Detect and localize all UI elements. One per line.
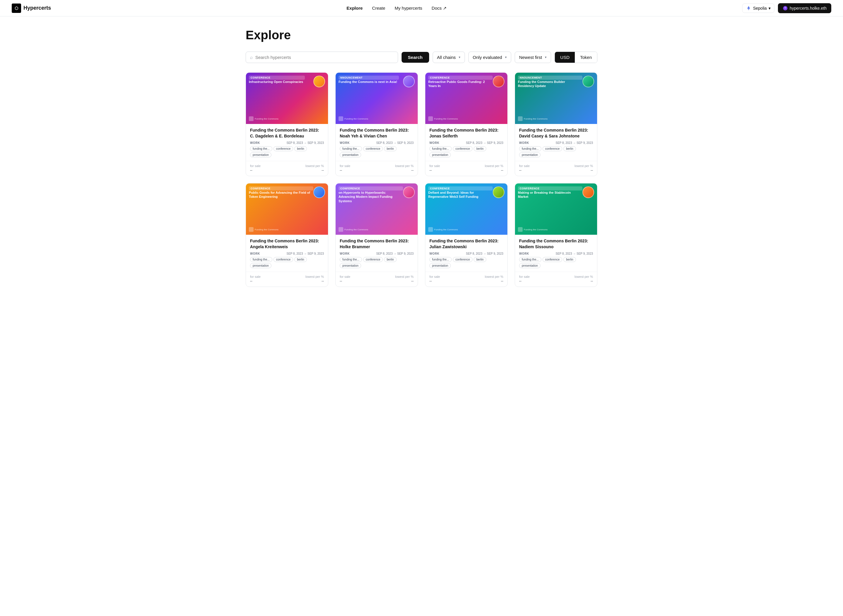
card-info: for sale lowest per % -- -- — [336, 272, 418, 287]
sort-filter[interactable]: Newest first ▾ — [515, 51, 551, 63]
tag: conference — [363, 257, 383, 262]
nav-right: Sepolia ▾ hypercerts.holke.eth — [742, 3, 831, 13]
card-meta: WORK SEP 8, 2023 → SEP 9, 2023 — [250, 141, 324, 144]
card-value-row: -- -- — [340, 279, 414, 283]
card-image: NNOUNCEMENT Funding the Commons is next … — [336, 73, 418, 124]
tag: conference — [273, 146, 293, 151]
card-value-row: -- -- — [429, 168, 503, 172]
card-item[interactable]: NNOUNCEMENT Funding the Commons Builder … — [515, 72, 597, 176]
evaluated-label: Only evaluated — [473, 55, 502, 60]
network-chevron: ▾ — [768, 6, 771, 10]
chains-label: All chains — [437, 55, 456, 60]
nav-links: Explore Create My hypercerts Docs ↗ — [347, 6, 447, 11]
tag: berlin — [563, 257, 576, 262]
tag: conference — [543, 146, 562, 151]
card-item[interactable]: CONFERENCE Public Goods for Advancing th… — [246, 183, 328, 287]
card-meta: WORK SEP 8, 2023 → SEP 9, 2023 — [340, 252, 414, 255]
card-image: CONFERENCE Retroactive Public Goods Fund… — [425, 73, 507, 124]
ftc-text: Funding the Commons — [344, 228, 368, 231]
chains-chevron: ▾ — [459, 56, 461, 59]
tag: funding the... — [429, 146, 452, 151]
ftc-logo-icon — [428, 227, 433, 232]
card-badge: CONFERENCE — [249, 186, 313, 191]
search-input[interactable] — [253, 52, 394, 63]
card-tags: funding the...conferenceberlinpresentati… — [429, 257, 503, 268]
for-sale-label: for sale — [519, 164, 530, 168]
card-meta: WORK SEP 8, 2023 → SEP 9, 2023 — [429, 141, 503, 144]
nav-my-hypercerts[interactable]: My hypercerts — [395, 6, 422, 10]
card-type: WORK — [250, 141, 260, 144]
card-meta: WORK SEP 8, 2023 → SEP 9, 2023 — [519, 252, 593, 255]
card-tags: funding the...conferenceberlinpresentati… — [250, 146, 324, 157]
card-item[interactable]: NNOUNCEMENT Funding the Commons is next … — [335, 72, 418, 176]
card-name: Funding the Commons Berlin 2023: Holke B… — [340, 238, 414, 250]
card-type: WORK — [519, 252, 529, 255]
card-type: WORK — [340, 141, 350, 144]
card-item[interactable]: CONFERENCE Infrastructuring Open Conspir… — [246, 72, 328, 176]
ftc-text: Funding the Commons — [434, 117, 458, 120]
lowest-value: -- — [501, 168, 503, 172]
for-sale-label: for sale — [340, 164, 350, 168]
card-name: Funding the Commons Berlin 2023: Julian … — [429, 238, 503, 250]
card-type: WORK — [429, 141, 439, 144]
cards-grid: CONFERENCE Infrastructuring Open Conspir… — [246, 72, 597, 287]
card-badge: NNOUNCEMENT — [518, 76, 582, 80]
network-selector[interactable]: Sepolia ▾ — [742, 3, 774, 13]
card-badge: CONFERENCE — [428, 186, 493, 191]
card-badge: CONFERENCE — [249, 76, 305, 80]
tag: berlin — [294, 146, 307, 151]
card-body: Funding the Commons Berlin 2023: Noah Ye… — [336, 124, 418, 161]
card-meta: WORK SEP 8, 2023 → SEP 9, 2023 — [429, 252, 503, 255]
card-item[interactable]: CONFERENCE Making or Breaking the Stable… — [515, 183, 597, 287]
for-sale-value: -- — [340, 168, 342, 172]
card-tags: funding the...conferenceberlinpresentati… — [250, 257, 324, 268]
card-tags: funding the...conferenceberlinpresentati… — [519, 257, 593, 268]
card-name: Funding the Commons Berlin 2023: Nadiem … — [519, 238, 593, 250]
card-name: Funding the Commons Berlin 2023: C. Dagd… — [250, 128, 324, 139]
ftc-text: Funding the Commons — [255, 228, 279, 231]
nav-docs[interactable]: Docs ↗ — [432, 6, 447, 11]
card-body: Funding the Commons Berlin 2023: David C… — [515, 124, 597, 161]
card-title-img: on Hypercerts to Hyperboards: Advancing … — [339, 191, 403, 203]
for-sale-value: -- — [519, 279, 521, 283]
avatar — [493, 76, 504, 87]
card-badge: NNOUNCEMENT — [339, 76, 399, 80]
card-name: Funding the Commons Berlin 2023: Noah Ye… — [340, 128, 414, 139]
card-image: CONFERENCE Public Goods for Advancing th… — [246, 183, 328, 235]
card-info: for sale lowest per % -- -- — [425, 161, 507, 176]
tag: funding the... — [519, 257, 541, 262]
card-item[interactable]: CONFERENCE Defiant and Beyond: Ideas for… — [425, 183, 508, 287]
avatar — [403, 76, 415, 87]
search-button[interactable]: Search — [402, 52, 429, 63]
card-image: CONFERENCE Defiant and Beyond: Ideas for… — [425, 183, 507, 235]
card-image: CONFERENCE on Hypercerts to Hyperboards:… — [336, 183, 418, 235]
logo[interactable]: ⬡ Hypercerts — [12, 3, 51, 13]
card-title-img: Infrastructuring Open Conspiracies — [249, 80, 305, 84]
tag: conference — [273, 257, 293, 262]
card-item[interactable]: CONFERENCE Retroactive Public Goods Fund… — [425, 72, 508, 176]
token-toggle[interactable]: Token — [575, 52, 597, 63]
evaluated-filter[interactable]: Only evaluated ▾ — [468, 51, 511, 63]
nav-explore[interactable]: Explore — [347, 6, 363, 10]
tag: presentation — [250, 153, 272, 157]
card-name: Funding the Commons Berlin 2023: Angela … — [250, 238, 324, 250]
for-sale-label: for sale — [250, 164, 261, 168]
usd-toggle[interactable]: USD — [555, 52, 575, 63]
card-body: Funding the Commons Berlin 2023: Jonas S… — [425, 124, 507, 161]
card-info-row: for sale lowest per % — [519, 164, 593, 168]
tag: presentation — [429, 153, 451, 157]
card-info-row: for sale lowest per % — [250, 275, 324, 279]
card-dates: SEP 8, 2023 → SEP 9, 2023 — [556, 252, 593, 255]
wallet-button[interactable]: hypercerts.holke.eth — [778, 3, 831, 13]
ftc-text: Funding the Commons — [524, 117, 548, 120]
tag: presentation — [519, 263, 540, 268]
chains-filter[interactable]: All chains ▾ — [433, 51, 465, 63]
tag: berlin — [294, 257, 307, 262]
nav-create[interactable]: Create — [372, 6, 385, 10]
card-dates: SEP 8, 2023 → SEP 9, 2023 — [287, 252, 324, 255]
search-bar: ⌕ Search All chains ▾ Only evaluated ▾ N… — [246, 51, 597, 63]
network-label: Sepolia — [753, 6, 767, 10]
card-item[interactable]: CONFERENCE on Hypercerts to Hyperboards:… — [335, 183, 418, 287]
for-sale-value: -- — [429, 168, 432, 172]
card-info: for sale lowest per % -- -- — [336, 161, 418, 176]
